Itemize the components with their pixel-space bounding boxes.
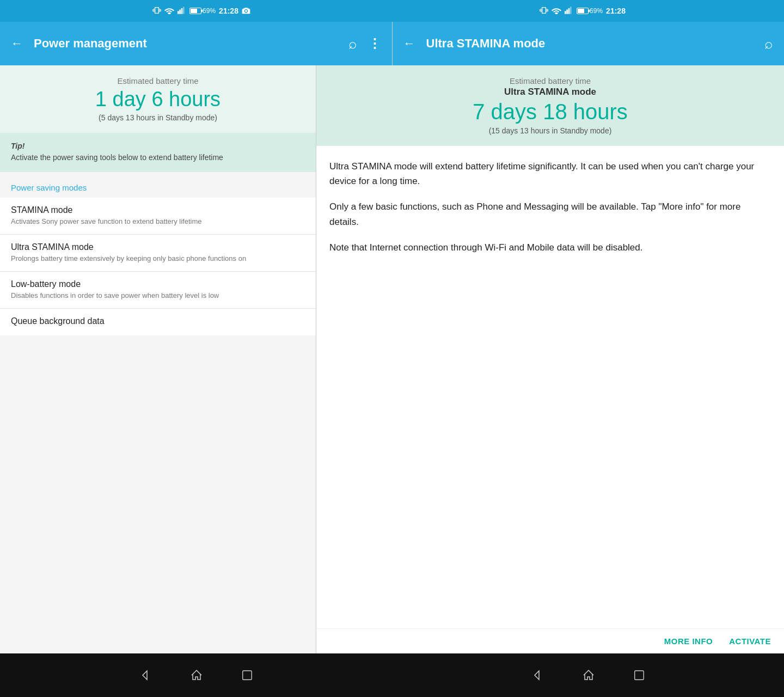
battery-indicator-right: 69%	[577, 7, 603, 15]
wifi-icon-right	[552, 7, 561, 16]
status-bar-right: 69% 21:28	[392, 6, 773, 16]
right-standby-text: (15 days 13 hours in Standby mode)	[327, 126, 773, 135]
right-back-button[interactable]	[403, 36, 415, 51]
right-nav-back-button[interactable]	[531, 669, 544, 682]
svg-rect-7	[570, 7, 572, 14]
right-description: Ultra STAMINA mode will extend battery l…	[316, 146, 784, 628]
left-standby-text: (5 days 13 hours in Standby mode)	[11, 113, 305, 122]
right-nav-section	[392, 653, 784, 697]
nav-bar	[0, 653, 784, 697]
left-more-button[interactable]	[368, 36, 381, 51]
left-back-button[interactable]	[11, 36, 23, 51]
right-app-bar-title: Ultra STAMINA mode	[426, 36, 765, 51]
low-battery-mode-desc: Disables functions in order to save powe…	[11, 291, 305, 301]
svg-rect-6	[568, 8, 570, 14]
ultra-stamina-mode-item[interactable]: Ultra STAMINA mode Prolongs battery time…	[0, 235, 316, 272]
right-mode-label: Ultra STAMINA mode	[327, 87, 773, 97]
left-search-button[interactable]	[348, 35, 357, 52]
svg-rect-2	[181, 8, 183, 14]
left-battery-time: 1 day 6 hours	[11, 88, 305, 111]
right-battery-summary: Estimated battery time Ultra STAMINA mod…	[316, 65, 784, 146]
svg-rect-3	[183, 7, 185, 14]
left-estimated-label: Estimated battery time	[11, 76, 305, 85]
signal-icon-left	[177, 7, 186, 16]
ultra-stamina-mode-title: Ultra STAMINA mode	[11, 242, 305, 252]
right-panel: Estimated battery time Ultra STAMINA mod…	[316, 65, 784, 653]
ultra-stamina-mode-desc: Prolongs battery time extensively by kee…	[11, 254, 305, 264]
low-battery-mode-item[interactable]: Low-battery mode Disables functions in o…	[0, 272, 316, 309]
right-app-bar: Ultra STAMINA mode	[393, 22, 785, 65]
time-right: 21:28	[606, 7, 626, 15]
svg-marker-10	[535, 671, 539, 680]
status-bar: 69% 21:28 69% 21:28	[0, 0, 784, 22]
left-app-bar: Power management	[0, 22, 392, 65]
stamina-mode-desc: Activates Sony power save function to ex…	[11, 217, 305, 227]
left-nav-back-button[interactable]	[139, 669, 152, 682]
right-battery-time: 7 days 18 hours	[327, 100, 773, 124]
right-app-bar-icons	[764, 35, 773, 52]
battery-indicator-left: 69%	[189, 7, 216, 15]
svg-rect-9	[243, 671, 252, 680]
photo-icon-left	[242, 7, 250, 16]
activate-button[interactable]: ACTIVATE	[729, 637, 771, 646]
right-nav-home-button[interactable]	[582, 669, 595, 682]
tip-text: Activate the power saving tools below to…	[11, 152, 305, 163]
more-info-button[interactable]: MORE INFO	[664, 637, 713, 646]
queue-background-title: Queue background data	[11, 316, 305, 326]
left-nav-section	[0, 653, 392, 697]
wifi-icon-left	[164, 7, 174, 16]
svg-rect-1	[179, 9, 181, 14]
description-para-1: Ultra STAMINA mode will extend battery l…	[329, 159, 771, 188]
right-actions: MORE INFO ACTIVATE	[316, 628, 784, 653]
stamina-mode-title: STAMINA mode	[11, 205, 305, 215]
stamina-mode-item[interactable]: STAMINA mode Activates Sony power save f…	[0, 198, 316, 235]
vibrate-icon	[152, 6, 161, 16]
time-left: 21:28	[219, 7, 238, 15]
svg-rect-0	[177, 11, 179, 14]
tip-box: Tip! Activate the power saving tools bel…	[0, 133, 316, 172]
svg-rect-11	[635, 671, 644, 680]
right-estimated-label: Estimated battery time	[327, 76, 773, 85]
signal-icon-right	[565, 7, 573, 16]
low-battery-mode-title: Low-battery mode	[11, 279, 305, 289]
main-content: Estimated battery time 1 day 6 hours (5 …	[0, 65, 784, 653]
tip-title: Tip!	[11, 142, 305, 150]
left-battery-summary: Estimated battery time 1 day 6 hours (5 …	[0, 65, 316, 133]
svg-marker-8	[143, 671, 147, 680]
svg-rect-4	[565, 11, 566, 14]
description-para-2: Only a few basic functions, such as Phon…	[329, 199, 771, 229]
status-bar-left: 69% 21:28	[11, 6, 392, 16]
left-panel: Estimated battery time 1 day 6 hours (5 …	[0, 65, 316, 653]
power-modes-section-header: Power saving modes	[0, 172, 316, 198]
left-app-bar-icons	[348, 35, 381, 52]
left-nav-recents-button[interactable]	[241, 669, 253, 681]
left-app-bar-title: Power management	[34, 36, 348, 51]
left-nav-home-button[interactable]	[190, 669, 203, 682]
right-nav-recents-button[interactable]	[633, 669, 645, 681]
right-search-button[interactable]	[764, 35, 773, 52]
svg-rect-5	[566, 9, 568, 14]
app-bars: Power management Ultra STAMINA mode	[0, 22, 784, 65]
vibrate-icon-right	[540, 6, 548, 16]
queue-background-item[interactable]: Queue background data	[0, 309, 316, 335]
description-para-3: Note that Internet connection through Wi…	[329, 240, 771, 255]
